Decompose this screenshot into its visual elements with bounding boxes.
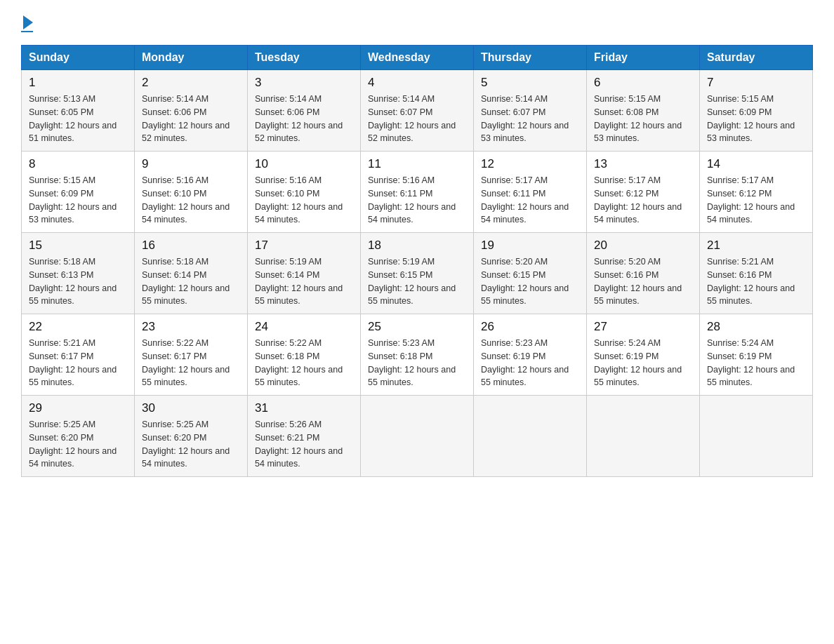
day-number: 11: [368, 157, 466, 171]
week-row-1: 1Sunrise: 5:13 AMSunset: 6:05 PMDaylight…: [22, 70, 813, 152]
day-number: 29: [29, 401, 127, 415]
table-row: 13Sunrise: 5:17 AMSunset: 6:12 PMDayligh…: [587, 152, 700, 233]
day-info: Sunrise: 5:22 AMSunset: 6:18 PMDaylight:…: [255, 337, 353, 389]
table-row: 30Sunrise: 5:25 AMSunset: 6:20 PMDayligh…: [135, 396, 248, 477]
week-row-5: 29Sunrise: 5:25 AMSunset: 6:20 PMDayligh…: [22, 396, 813, 477]
day-number: 6: [594, 76, 692, 90]
day-number: 16: [142, 239, 240, 253]
day-number: 4: [368, 76, 466, 90]
day-number: 5: [481, 76, 579, 90]
day-number: 9: [142, 157, 240, 171]
calendar-header: SundayMondayTuesdayWednesdayThursdayFrid…: [22, 46, 813, 70]
day-info: Sunrise: 5:20 AMSunset: 6:16 PMDaylight:…: [594, 255, 692, 308]
day-info: Sunrise: 5:26 AMSunset: 6:21 PMDaylight:…: [255, 418, 353, 471]
table-row: 5Sunrise: 5:14 AMSunset: 6:07 PMDaylight…: [474, 70, 587, 152]
day-info: Sunrise: 5:25 AMSunset: 6:20 PMDaylight:…: [29, 418, 127, 471]
day-number: 18: [368, 239, 466, 253]
day-info: Sunrise: 5:15 AMSunset: 6:09 PMDaylight:…: [29, 174, 127, 227]
day-info: Sunrise: 5:19 AMSunset: 6:14 PMDaylight:…: [255, 255, 353, 308]
table-row: 8Sunrise: 5:15 AMSunset: 6:09 PMDaylight…: [22, 152, 135, 233]
day-number: 13: [594, 157, 692, 171]
page-header: [21, 14, 813, 32]
day-info: Sunrise: 5:16 AMSunset: 6:10 PMDaylight:…: [255, 174, 353, 227]
table-row: 4Sunrise: 5:14 AMSunset: 6:07 PMDaylight…: [361, 70, 474, 152]
day-headers-row: SundayMondayTuesdayWednesdayThursdayFrid…: [22, 46, 813, 70]
day-number: 27: [594, 320, 692, 334]
day-info: Sunrise: 5:14 AMSunset: 6:06 PMDaylight:…: [255, 93, 353, 145]
day-info: Sunrise: 5:17 AMSunset: 6:12 PMDaylight:…: [594, 174, 692, 227]
table-row: 20Sunrise: 5:20 AMSunset: 6:16 PMDayligh…: [587, 233, 700, 314]
day-number: 8: [29, 157, 127, 171]
day-info: Sunrise: 5:16 AMSunset: 6:10 PMDaylight:…: [142, 174, 240, 227]
table-row: 6Sunrise: 5:15 AMSunset: 6:08 PMDaylight…: [587, 70, 700, 152]
day-number: 23: [142, 320, 240, 334]
day-header-monday: Monday: [135, 46, 248, 70]
week-row-4: 22Sunrise: 5:21 AMSunset: 6:17 PMDayligh…: [22, 314, 813, 396]
day-info: Sunrise: 5:21 AMSunset: 6:17 PMDaylight:…: [29, 337, 127, 389]
day-number: 22: [29, 320, 127, 334]
table-row: 18Sunrise: 5:19 AMSunset: 6:15 PMDayligh…: [361, 233, 474, 314]
calendar-body: 1Sunrise: 5:13 AMSunset: 6:05 PMDaylight…: [22, 70, 813, 477]
table-row: 24Sunrise: 5:22 AMSunset: 6:18 PMDayligh…: [248, 314, 361, 396]
table-row: 11Sunrise: 5:16 AMSunset: 6:11 PMDayligh…: [361, 152, 474, 233]
table-row: 22Sunrise: 5:21 AMSunset: 6:17 PMDayligh…: [22, 314, 135, 396]
day-info: Sunrise: 5:17 AMSunset: 6:12 PMDaylight:…: [707, 174, 805, 227]
day-info: Sunrise: 5:17 AMSunset: 6:11 PMDaylight:…: [481, 174, 579, 227]
table-row: 21Sunrise: 5:21 AMSunset: 6:16 PMDayligh…: [700, 233, 813, 314]
day-info: Sunrise: 5:24 AMSunset: 6:19 PMDaylight:…: [707, 337, 805, 389]
day-number: 20: [594, 239, 692, 253]
day-info: Sunrise: 5:14 AMSunset: 6:07 PMDaylight:…: [368, 93, 466, 145]
table-row: [361, 396, 474, 477]
table-row: [474, 396, 587, 477]
day-number: 28: [707, 320, 805, 334]
table-row: 31Sunrise: 5:26 AMSunset: 6:21 PMDayligh…: [248, 396, 361, 477]
table-row: 2Sunrise: 5:14 AMSunset: 6:06 PMDaylight…: [135, 70, 248, 152]
day-info: Sunrise: 5:23 AMSunset: 6:18 PMDaylight:…: [368, 337, 466, 389]
table-row: 29Sunrise: 5:25 AMSunset: 6:20 PMDayligh…: [22, 396, 135, 477]
table-row: 15Sunrise: 5:18 AMSunset: 6:13 PMDayligh…: [22, 233, 135, 314]
day-header-thursday: Thursday: [474, 46, 587, 70]
day-header-sunday: Sunday: [22, 46, 135, 70]
table-row: [587, 396, 700, 477]
logo-chevron-icon: [23, 15, 33, 29]
logo-underline: [21, 31, 33, 32]
day-info: Sunrise: 5:16 AMSunset: 6:11 PMDaylight:…: [368, 174, 466, 227]
day-info: Sunrise: 5:22 AMSunset: 6:17 PMDaylight:…: [142, 337, 240, 389]
table-row: [700, 396, 813, 477]
day-info: Sunrise: 5:24 AMSunset: 6:19 PMDaylight:…: [594, 337, 692, 389]
day-number: 3: [255, 76, 353, 90]
table-row: 27Sunrise: 5:24 AMSunset: 6:19 PMDayligh…: [587, 314, 700, 396]
day-number: 30: [142, 401, 240, 415]
day-info: Sunrise: 5:21 AMSunset: 6:16 PMDaylight:…: [707, 255, 805, 308]
logo: [21, 14, 33, 32]
day-number: 17: [255, 239, 353, 253]
day-number: 26: [481, 320, 579, 334]
day-number: 2: [142, 76, 240, 90]
day-number: 21: [707, 239, 805, 253]
day-number: 14: [707, 157, 805, 171]
table-row: 12Sunrise: 5:17 AMSunset: 6:11 PMDayligh…: [474, 152, 587, 233]
table-row: 1Sunrise: 5:13 AMSunset: 6:05 PMDaylight…: [22, 70, 135, 152]
day-number: 31: [255, 401, 353, 415]
day-header-saturday: Saturday: [700, 46, 813, 70]
day-info: Sunrise: 5:14 AMSunset: 6:07 PMDaylight:…: [481, 93, 579, 145]
day-info: Sunrise: 5:18 AMSunset: 6:14 PMDaylight:…: [142, 255, 240, 308]
day-number: 15: [29, 239, 127, 253]
day-number: 12: [481, 157, 579, 171]
table-row: 25Sunrise: 5:23 AMSunset: 6:18 PMDayligh…: [361, 314, 474, 396]
table-row: 19Sunrise: 5:20 AMSunset: 6:15 PMDayligh…: [474, 233, 587, 314]
table-row: 26Sunrise: 5:23 AMSunset: 6:19 PMDayligh…: [474, 314, 587, 396]
table-row: 17Sunrise: 5:19 AMSunset: 6:14 PMDayligh…: [248, 233, 361, 314]
day-number: 1: [29, 76, 127, 90]
day-number: 10: [255, 157, 353, 171]
day-number: 7: [707, 76, 805, 90]
day-info: Sunrise: 5:15 AMSunset: 6:08 PMDaylight:…: [594, 93, 692, 145]
day-header-wednesday: Wednesday: [361, 46, 474, 70]
day-info: Sunrise: 5:19 AMSunset: 6:15 PMDaylight:…: [368, 255, 466, 308]
day-number: 25: [368, 320, 466, 334]
day-info: Sunrise: 5:23 AMSunset: 6:19 PMDaylight:…: [481, 337, 579, 389]
day-number: 19: [481, 239, 579, 253]
table-row: 10Sunrise: 5:16 AMSunset: 6:10 PMDayligh…: [248, 152, 361, 233]
table-row: 23Sunrise: 5:22 AMSunset: 6:17 PMDayligh…: [135, 314, 248, 396]
week-row-3: 15Sunrise: 5:18 AMSunset: 6:13 PMDayligh…: [22, 233, 813, 314]
